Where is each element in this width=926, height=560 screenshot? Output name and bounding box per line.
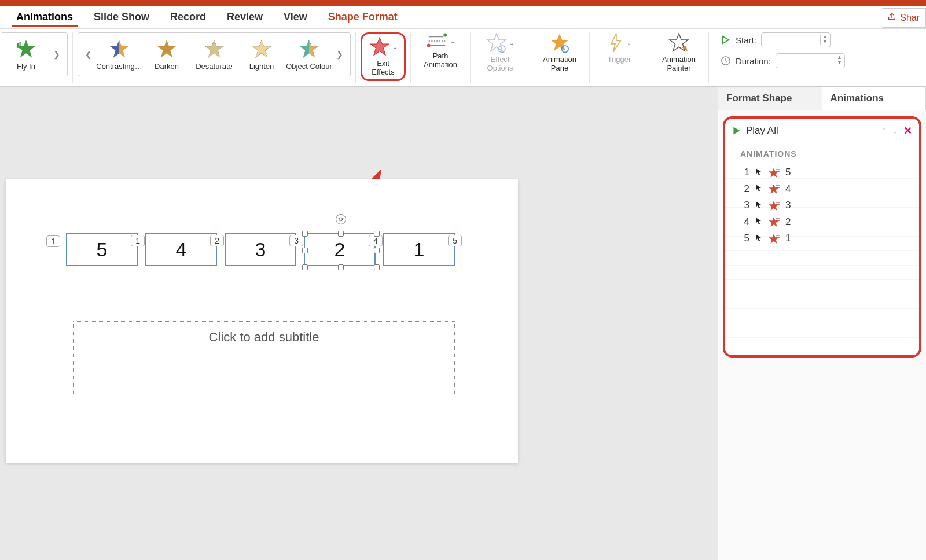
slide-shape-3[interactable]: 3 3 (225, 233, 296, 266)
animation-order: 3 (740, 200, 749, 211)
path-animation-button[interactable]: ⌄ Path Animation (416, 32, 465, 69)
svg-marker-27 (733, 127, 740, 135)
fly-in-star-icon (16, 39, 36, 60)
animation-target: 4 (785, 183, 791, 195)
emphasis-star-icon (251, 39, 272, 60)
effect-fly-in-label: Fly In (17, 62, 35, 71)
trigger-label: Trigger (608, 56, 631, 64)
path-animation-group: ⌄ Path Animation (411, 32, 471, 83)
effect-emphasis-0[interactable]: Contrasting… (95, 39, 143, 71)
slide-shape-2[interactable]: 2 4⟳ (304, 233, 376, 266)
emphasis-gallery: ❮ Contrasting… Darken Desaturate Lighten… (78, 32, 351, 76)
subtitle-placeholder[interactable]: Click to add subtitle (73, 321, 455, 396)
selection-handle[interactable] (374, 248, 380, 253)
effect-emphasis-2[interactable]: Desaturate (190, 39, 238, 71)
animation-pane-label: Animation Pane (543, 56, 576, 73)
slide-canvas[interactable]: 1 5 14 23 32 4⟳1 5 Click to add subtitle (6, 179, 518, 463)
exit-effects-group: ⌄ Exit Effects (356, 32, 411, 83)
slide-shape-4[interactable]: 4 2 (145, 233, 217, 266)
slide-shape-5[interactable]: 5 1 (66, 233, 138, 266)
animation-painter-button[interactable]: Animation Painter (654, 32, 704, 73)
animation-item[interactable]: 5 1 (725, 230, 919, 247)
tab-animations[interactable]: Animations (6, 8, 83, 27)
start-field[interactable]: ▲▼ (761, 32, 831, 47)
slide-number-badge: 1 (46, 236, 60, 246)
clock-icon (721, 56, 731, 66)
selection-handle[interactable] (302, 248, 308, 253)
selection-handle[interactable] (374, 231, 380, 237)
svg-rect-1 (17, 43, 19, 48)
animation-painter-star-icon (668, 32, 689, 53)
gallery-prev[interactable]: ❮ (82, 50, 95, 59)
animation-target: 3 (785, 200, 791, 211)
tab-shape-format[interactable]: Shape Format (318, 8, 408, 27)
rotate-handle[interactable]: ⟳ (336, 214, 346, 224)
exit-star-icon (369, 36, 390, 57)
on-click-cursor-icon (755, 234, 762, 244)
selection-handle[interactable] (338, 231, 344, 237)
selection-handle[interactable] (338, 264, 344, 270)
animation-item[interactable]: 2 4 (725, 181, 919, 198)
shape-text: 5 (97, 238, 108, 261)
svg-point-16 (427, 44, 431, 47)
animation-order-badge: 4 (369, 235, 383, 246)
selection-handle[interactable] (302, 231, 308, 237)
gallery-next[interactable]: ❯ (333, 50, 347, 59)
animation-order: 4 (740, 216, 749, 228)
share-label: Shar (900, 13, 920, 23)
title-bar-strip (0, 0, 926, 6)
selection-handle[interactable] (374, 264, 380, 270)
animation-pane: Play All ↑ ↓ ✕ ANIMATIONS 1 52 43 3 (723, 116, 921, 358)
shape-text: 2 (335, 238, 346, 261)
share-icon (887, 12, 896, 24)
trigger-bolt-icon (607, 32, 624, 53)
panel-tab-format-shape[interactable]: Format Shape (718, 87, 822, 110)
emphasis-star-icon (156, 39, 177, 60)
animation-order-badge: 5 (448, 235, 462, 246)
effect-fly-in[interactable]: Fly In (2, 39, 50, 71)
animation-pane-button[interactable]: Animation Pane (535, 32, 585, 73)
animation-order-badge: 3 (289, 235, 303, 246)
duration-field[interactable]: ▲▼ (776, 53, 845, 68)
tab-view[interactable]: View (273, 8, 318, 27)
effect-label: Lighten (249, 62, 274, 71)
play-all-button[interactable]: Play All (746, 125, 778, 137)
effect-options-button: ⌄ Effect Options (475, 32, 525, 73)
chevron-down-icon: ⌄ (392, 44, 397, 50)
animation-item[interactable]: 4 2 (725, 214, 919, 231)
svg-marker-5 (110, 40, 128, 57)
remove-animation-icon[interactable]: ✕ (903, 124, 912, 137)
ribbon: Fly In ❯ ❮ Contrasting… Darken Desaturat… (0, 29, 926, 87)
on-click-cursor-icon (755, 201, 762, 211)
move-up-icon[interactable]: ↑ (881, 124, 887, 137)
effect-emphasis-3[interactable]: Lighten (238, 39, 285, 71)
effect-emphasis-4[interactable]: Object Colour (285, 39, 333, 71)
exit-effects-button[interactable]: ⌄ Exit Effects (361, 32, 406, 81)
selection-handle[interactable] (302, 264, 308, 270)
tab-record[interactable]: Record (160, 8, 216, 27)
animation-target: 1 (785, 233, 791, 244)
svg-marker-8 (252, 40, 271, 57)
trigger-group: ⌄ Trigger (590, 32, 649, 83)
gallery-next[interactable]: ❯ (50, 50, 64, 59)
emphasis-gallery-group: ❮ Contrasting… Darken Desaturate Lighten… (73, 32, 356, 83)
animation-item[interactable]: 1 5 (725, 164, 919, 181)
chevron-down-icon: ⌄ (450, 38, 455, 45)
share-button[interactable]: Shar (881, 8, 926, 28)
effect-emphasis-1[interactable]: Darken (143, 39, 190, 71)
tab-review[interactable]: Review (216, 8, 273, 27)
animation-target: 2 (785, 216, 791, 228)
exit-effects-label: Exit Effects (372, 60, 395, 77)
start-play-icon (721, 35, 731, 45)
animation-list-header: ANIMATIONS (725, 143, 919, 164)
tab-slide-show[interactable]: Slide Show (83, 8, 160, 27)
play-icon (732, 126, 741, 135)
animation-order: 2 (740, 183, 749, 195)
exit-star-icon (768, 216, 780, 229)
slide-shape-1[interactable]: 1 5 (383, 233, 455, 266)
animation-item[interactable]: 3 3 (725, 197, 919, 214)
panel-tab-animations[interactable]: Animations (822, 87, 927, 110)
svg-rect-2 (19, 42, 20, 47)
move-down-icon[interactable]: ↓ (892, 124, 898, 137)
on-click-cursor-icon (755, 184, 762, 194)
